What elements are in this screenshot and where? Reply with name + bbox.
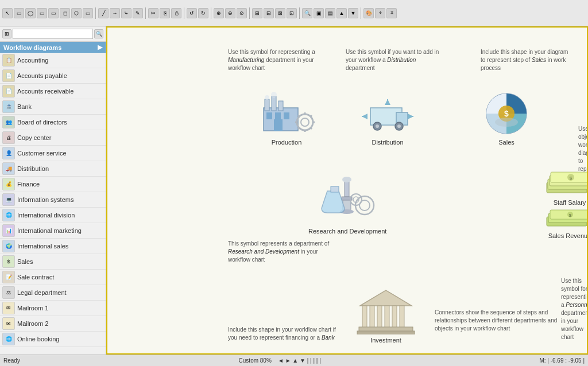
svg-rect-5 [265, 99, 269, 111]
svg-line-18 [310, 115, 312, 117]
sidebar-item-mailroom-2[interactable]: ✉Mailroom 2 [0, 316, 106, 332]
grid-view-icon[interactable]: ⊞ [2, 29, 11, 38]
toolbar-icon-line-color[interactable]: ⌗ [386, 8, 397, 18]
status-zoom: Custom 80% ◄ ► ▲ ▼ | | | | | [26, 357, 534, 364]
toolbar-icon-fill[interactable]: ⌖ [375, 8, 385, 18]
toolbar-icon-distribute[interactable]: ⊡ [287, 8, 297, 18]
rnd-item[interactable]: Research and Development [308, 168, 386, 235]
sidebar-item-copy-center[interactable]: 🖨Copy center [0, 130, 106, 146]
sidebar-item-bank[interactable]: 🏦Bank [0, 99, 106, 115]
sidebar-item-legal-department[interactable]: ⚖Legal department [0, 285, 106, 301]
search-icon[interactable]: 🔍 [94, 29, 103, 38]
statusbar: Ready Custom 80% ◄ ► ▲ ▼ | | | | | M: | … [0, 355, 588, 366]
sales-revenue-svg: $ [544, 204, 588, 230]
toolbar-icon-color[interactable]: 🎨 [363, 8, 374, 18]
sidebar-item-distribution[interactable]: 🚚Distribution [0, 161, 106, 177]
zoom-label: Custom 80% [239, 357, 272, 364]
sidebar-item-international-sales[interactable]: 🌍International sales [0, 239, 106, 254]
toolbar-icon-shape4[interactable]: ⬡ [71, 8, 82, 18]
sidebar-item-icon-2: 📄 [2, 85, 15, 98]
staff-salary-item[interactable]: $ Staff Salary [544, 165, 588, 206]
production-svg [258, 91, 315, 137]
toolbar-icon-front[interactable]: ▲ [336, 8, 347, 18]
svg-rect-67 [392, 306, 397, 329]
toolbar-icon-connector[interactable]: ⤷ [121, 8, 131, 18]
sidebar-item-information-systems[interactable]: 💻Information systems [0, 192, 106, 208]
canvas-area[interactable]: Use this symbol for representing a Manuf… [106, 26, 588, 355]
svg-rect-7 [278, 101, 283, 111]
svg-rect-43 [331, 186, 339, 192]
sidebar-item-accounts-payable[interactable]: 📄Accounts payable [0, 68, 106, 84]
svg-rect-64 [370, 306, 374, 329]
toolbar-icon-redo[interactable]: ↻ [198, 8, 208, 18]
main-layout: ⊞ 🔍 Workflow diagrams ▶ 📋Accounting📄Acco… [0, 26, 588, 355]
sidebar-item-icon-0: 📋 [2, 54, 15, 67]
toolbar-icon-back[interactable]: ▼ [348, 8, 358, 18]
svg-text:$: $ [569, 213, 572, 218]
sidebar-item-online-booking[interactable]: 🌐Online booking [0, 332, 106, 347]
toolbar-icon-rect[interactable]: ▭ [14, 8, 24, 18]
svg-point-39 [342, 177, 351, 182]
svg-rect-2 [275, 112, 281, 119]
sidebar-item-accounting[interactable]: 📋Accounting [0, 53, 106, 68]
production-item[interactable]: Production [258, 91, 315, 146]
svg-rect-63 [362, 306, 367, 329]
toolbar-icon-shape2[interactable]: ▭ [48, 8, 59, 18]
sidebar-item-international-marketing[interactable]: 📊International marketing [0, 223, 106, 239]
sales-desc: Include this shape in your diagram to re… [481, 48, 572, 72]
sidebar-item-label-8: Finance [17, 181, 40, 188]
toolbar-icon-zoom-in[interactable]: ⊕ [214, 8, 224, 18]
toolbar-icon-select[interactable]: ↖ [2, 8, 13, 18]
distribution-desc: Use this symbol if you want to add in yo… [346, 48, 443, 72]
sidebar-item-icon-18: 🌐 [2, 333, 15, 345]
sidebar-item-icon-10: 🌐 [2, 209, 15, 221]
sidebar-item-finance[interactable]: 💰Finance [0, 177, 106, 192]
toolbar-icon-align-left[interactable]: ⊞ [252, 8, 262, 18]
sidebar-item-customer-service[interactable]: 👤Customer service [0, 146, 106, 161]
toolbar-separator4 [211, 7, 211, 19]
toolbar-icon-shape1[interactable]: ▭ [37, 8, 47, 18]
toolbar-icon-cut[interactable]: ✂ [148, 8, 158, 18]
toolbar-icon-line[interactable]: ╱ [98, 8, 109, 18]
sidebar-item-sale-contract[interactable]: 📝Sale contract [0, 270, 106, 285]
sales-item[interactable]: $ Sales [481, 91, 532, 146]
svg-rect-3 [284, 112, 289, 119]
toolbar-icon-ellipse[interactable]: ◯ [25, 8, 36, 18]
sidebar-category[interactable]: Workflow diagrams ▶ [0, 42, 106, 53]
toolbar-icon-group[interactable]: ▣ [314, 8, 324, 18]
toolbar-icon-search[interactable]: 🔍 [302, 8, 312, 18]
sales-svg: $ [481, 91, 532, 137]
sidebar-item-board-of-directors[interactable]: 👥Board of directors [0, 115, 106, 130]
svg-rect-66 [385, 306, 389, 329]
toolbar-icon-arrow[interactable]: → [110, 8, 120, 18]
svg-text:$: $ [570, 176, 572, 181]
sidebar-item-icon-15: ⚖ [2, 286, 15, 299]
toolbar-separator5 [249, 7, 250, 19]
toolbar-icon-pen[interactable]: ✎ [133, 8, 143, 18]
rnd-svg [313, 168, 382, 225]
sidebar-item-international-division[interactable]: 🌐International division [0, 208, 106, 223]
distribution-svg [359, 91, 416, 137]
sidebar-item-accounts-receivable[interactable]: 📄Accounts receivable [0, 84, 106, 99]
toolbar-icon-fit[interactable]: ⊙ [237, 8, 247, 18]
search-input[interactable] [13, 29, 93, 39]
toolbar-icon-shape3[interactable]: ◻ [60, 8, 70, 18]
investment-item[interactable]: Investment [354, 286, 417, 344]
toolbar-icon-ungroup[interactable]: ▤ [325, 8, 335, 18]
sidebar-item-label-14: Sale contract [17, 274, 54, 281]
toolbar-icon-undo[interactable]: ↺ [187, 8, 197, 18]
toolbar-icon-copy[interactable]: ⎘ [160, 8, 170, 18]
toolbar-icon-shape5[interactable]: ▭ [83, 8, 93, 18]
toolbar-icon-align-center[interactable]: ⊟ [264, 8, 274, 18]
distribution-item[interactable]: Distribution [359, 91, 416, 146]
sales-revenue-item[interactable]: $ Sales Revenue [544, 204, 588, 239]
sidebar-item-label-1: Accounts payable [17, 72, 67, 79]
toolbar-icon-zoom-out[interactable]: ⊖ [225, 8, 235, 18]
toolbar-icon-paste[interactable]: ⎙ [171, 8, 181, 18]
sidebar-item-sales[interactable]: $Sales [0, 254, 106, 270]
svg-point-9 [271, 92, 277, 98]
svg-rect-70 [357, 331, 415, 334]
sidebar-item-mailroom-1[interactable]: ✉Mailroom 1 [0, 301, 106, 316]
svg-line-19 [298, 127, 300, 129]
toolbar-icon-align-right[interactable]: ⊠ [275, 8, 285, 18]
